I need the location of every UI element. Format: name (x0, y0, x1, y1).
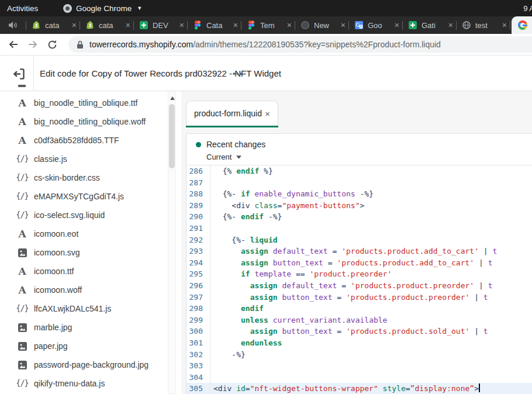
tab-close-icon[interactable]: × (233, 20, 238, 30)
shopify-icon (32, 20, 41, 30)
browser-tab-cata[interactable]: cata× (26, 16, 80, 34)
tab-close-icon[interactable]: × (395, 20, 399, 30)
line-content: <div class="payment-buttons"> (210, 200, 532, 212)
reload-button[interactable] (44, 37, 60, 52)
font-file-icon: A (16, 229, 29, 239)
tab-title: cata (99, 21, 124, 30)
file-name: ico-select.svg.liquid (34, 210, 105, 220)
file-item[interactable]: Aicomoon.eot (0, 224, 181, 243)
browser-tab-gati[interactable]: Gati× (403, 16, 456, 34)
line-content: assign button_text = 'products.product.s… (210, 326, 532, 337)
tab-close-icon[interactable]: × (72, 20, 77, 30)
tab-title: Cata (206, 21, 232, 30)
code-line-296: 296 assign default_text = 'products.prod… (186, 280, 532, 292)
file-name: paper.jpg (34, 341, 68, 351)
tab-close-icon[interactable]: × (287, 20, 292, 30)
forward-button[interactable] (25, 37, 40, 52)
code-line-288: 288 {%- if enable_dynamic_buttons -%} (186, 188, 532, 200)
line-content: assign default_text = 'products.product.… (210, 246, 532, 257)
version-label: Current (206, 153, 232, 161)
font-file-icon: A (16, 117, 29, 127)
image-file-icon (16, 342, 29, 351)
sheets-icon (139, 20, 148, 30)
tab-title: cata (45, 21, 70, 30)
more-actions-button[interactable]: ••• (233, 56, 243, 91)
file-item[interactable]: {/}cs-skin-border.css (0, 168, 181, 187)
app-menu-label: Google Chrome (76, 4, 132, 13)
code-file-icon: {/} (16, 192, 29, 201)
tab-title: DEV (153, 21, 178, 30)
file-name: eMAPMXSyTCgGdiT4.js (34, 192, 124, 201)
line-content (210, 223, 532, 234)
tab-close-icon[interactable]: × (502, 20, 507, 30)
scroll-up-arrow-icon[interactable] (170, 96, 175, 100)
tab-close-icon[interactable]: × (179, 20, 184, 30)
code-file-icon: {/} (16, 174, 29, 182)
file-name: icomoon.eot (34, 229, 78, 239)
line-number: 287 (186, 177, 210, 189)
tab-title: Gati (422, 21, 447, 30)
file-item[interactable]: paper.jpg (0, 337, 181, 355)
unsaved-changes-dot (196, 142, 201, 147)
file-item[interactable]: Ac0df3a6b528fdd85.TTF (0, 131, 181, 150)
line-number: 288 (186, 188, 210, 200)
activities-button[interactable]: Activities (7, 4, 38, 13)
line-number: 303 (186, 360, 210, 372)
active-browser-tab[interactable] (512, 16, 532, 34)
line-number: 304 (186, 372, 210, 383)
code-content[interactable]: 286 {% endif %}287288 {%- if enable_dyna… (186, 165, 532, 394)
app-menu[interactable]: Google Chrome ▼ (63, 4, 142, 13)
font-file-icon: A (16, 98, 29, 108)
tab-title: Tem (260, 21, 285, 30)
tab-divider (510, 21, 510, 30)
file-item[interactable]: {/}lfcAXLwjkDALc541.js (0, 299, 181, 318)
tab-close-icon[interactable]: × (126, 20, 130, 30)
admin-page-header: Edit code for Copy of Tower Records prd0… (0, 56, 532, 91)
tab-close-icon[interactable]: × (341, 20, 346, 30)
editor-file-tab[interactable]: product-form.liquid × (186, 101, 278, 126)
file-item[interactable]: icomoon.svg (0, 243, 181, 262)
file-item[interactable]: Aicomoon.woff (0, 281, 181, 299)
file-item[interactable]: {/}eMAPMXSyTCgGdiT4.js (0, 187, 181, 206)
url-address-bar[interactable]: towerrecords.myshopify.com/admin/themes/… (68, 36, 532, 53)
scrollbar-thumb[interactable] (169, 104, 175, 168)
file-sidebar: Abig_noodle_titling_oblique.ttfAbig_nood… (0, 91, 181, 394)
file-item[interactable]: Abig_noodle_titling_oblique.woff (0, 112, 181, 131)
browser-tab-tem[interactable]: Tem× (241, 16, 295, 34)
sidebar-scrollbar[interactable] (168, 92, 176, 394)
browser-tab-new[interactable]: New× (295, 16, 348, 34)
file-name: icomoon.ttf (34, 267, 74, 276)
file-item[interactable]: Aicomoon.ttf (0, 262, 181, 281)
line-content: assign button_text = 'products.product.p… (210, 292, 532, 303)
line-content: <div id="nft-widget-buttons-wrapper" sty… (210, 383, 532, 394)
browser-tab-goo[interactable]: GAGoo× (349, 16, 402, 34)
code-file-icon: {/} (16, 211, 29, 219)
tab-audio-speaker-icon[interactable] (0, 21, 26, 29)
version-dropdown[interactable]: Current (206, 153, 532, 161)
file-item[interactable]: Abig_noodle_titling_oblique.ttf (0, 94, 181, 112)
code-line-295: 295 if template == 'product.preorder' (186, 268, 532, 280)
editor-tab-close-icon[interactable]: × (265, 109, 270, 119)
file-name: big_noodle_titling_oblique.ttf (34, 98, 137, 108)
header-divider (33, 56, 34, 91)
file-item[interactable]: {/}qikify-tmenu-data.js (0, 374, 181, 393)
file-name: icomoon.woff (34, 285, 82, 295)
file-item[interactable]: password-page-background.jpg (0, 355, 181, 374)
site-dark-icon (300, 20, 310, 30)
back-button[interactable] (6, 37, 21, 52)
tab-close-icon[interactable]: × (448, 20, 453, 30)
file-item[interactable]: {/}ico-select.svg.liquid (0, 206, 181, 224)
browser-tab-cata[interactable]: cata× (80, 16, 133, 34)
line-content (210, 177, 532, 189)
line-number: 293 (186, 246, 210, 257)
browser-tab-dev[interactable]: DEV× (134, 16, 187, 34)
code-line-287: 287 (186, 177, 532, 189)
file-item[interactable]: {/}classie.js (0, 150, 181, 168)
line-content: {% endif %} (210, 165, 532, 177)
browser-tab-cata[interactable]: Cata× (188, 16, 241, 34)
file-item[interactable]: marble.jpg (0, 318, 181, 337)
screen: Activities Google Chrome ▼ 9 A cata×cata… (0, 0, 532, 394)
exit-code-editor-button[interactable] (11, 65, 27, 82)
browser-tab-test[interactable]: test× (457, 16, 510, 34)
tab-title: test (475, 21, 500, 30)
